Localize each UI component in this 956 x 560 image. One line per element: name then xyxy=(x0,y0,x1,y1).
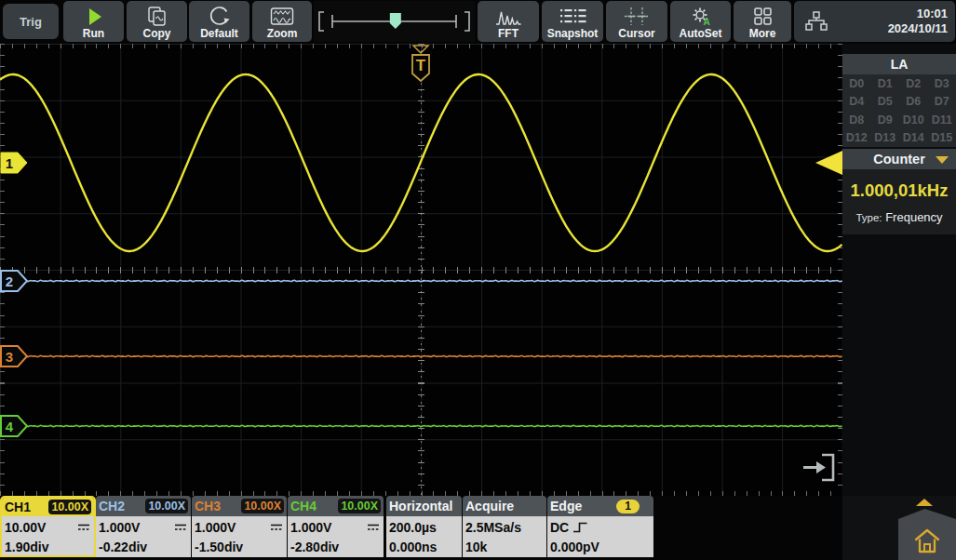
counter-header[interactable]: Counter xyxy=(842,149,956,169)
ch4-name: CH4 xyxy=(290,499,316,513)
more-label: More xyxy=(749,28,776,40)
counter-title: Counter xyxy=(873,152,925,167)
more-icon xyxy=(751,6,774,28)
digital-channel-d15[interactable]: D15 xyxy=(928,131,956,144)
export-waveform-icon[interactable] xyxy=(799,451,836,485)
trig-label: Trig xyxy=(20,15,42,29)
home-panel[interactable] xyxy=(898,509,956,560)
zoom-icon xyxy=(269,6,295,28)
ch2-trace xyxy=(0,280,842,281)
channel-2-position-marker[interactable]: 2 xyxy=(1,271,27,291)
digital-channel-d14[interactable]: D14 xyxy=(899,131,928,144)
default-icon xyxy=(208,6,232,28)
oscilloscope-screen: Trig Run Copy Default xyxy=(0,0,956,560)
channel-1-position-marker[interactable]: 1 xyxy=(1,153,27,173)
ch1-status-block[interactable]: CH1 10.00X 10.00V 1.90div xyxy=(0,496,96,557)
menu-corner xyxy=(842,496,956,560)
digital-channel-d2[interactable]: D2 xyxy=(899,77,928,90)
counter-type-value: Frequency xyxy=(885,210,942,224)
digital-channel-d11[interactable]: D11 xyxy=(928,113,956,127)
zoom-button[interactable]: Zoom xyxy=(252,1,312,42)
network-icon[interactable] xyxy=(803,10,829,33)
digital-channel-d9[interactable]: D9 xyxy=(871,113,900,127)
ch4-position: -2.80div xyxy=(290,540,339,554)
cursor-button[interactable]: Cursor xyxy=(606,1,667,42)
ch3-probe-badge: 10.00X xyxy=(241,499,284,513)
copy-icon xyxy=(145,6,169,28)
acquire-status-block[interactable]: Acquire 2.5MSa/s 10k xyxy=(463,496,546,557)
digital-channel-d1[interactable]: D1 xyxy=(871,77,900,90)
autoset-label: AutoSet xyxy=(680,28,722,40)
dc-coupling-icon xyxy=(77,523,90,532)
ch1-trace xyxy=(0,74,842,251)
timebase-value: 200.0µs xyxy=(389,520,437,535)
autoset-icon: A xyxy=(688,6,714,28)
digital-channel-d8[interactable]: D8 xyxy=(842,113,871,127)
snapshot-label: Snapshot xyxy=(547,28,599,40)
chevron-up-icon[interactable] xyxy=(916,499,933,506)
counter-type-label: Type: xyxy=(855,212,882,223)
digital-channel-d5[interactable]: D5 xyxy=(871,95,900,108)
scope-traces: 1234T xyxy=(0,44,842,496)
bottom-status-bar: CH1 10.00X 10.00V 1.90div CH2 10.00X 1.0… xyxy=(0,496,842,560)
default-label: Default xyxy=(200,28,238,40)
trigger-status-block[interactable]: Edge 1 DC 0.000pV xyxy=(547,496,653,557)
waveform-display-area[interactable]: 1234T xyxy=(0,44,842,496)
cursor-icon xyxy=(623,6,651,28)
trig-menu-button[interactable]: Trig xyxy=(3,4,59,39)
run-button[interactable]: Run xyxy=(63,1,124,42)
trigger-level-marker[interactable] xyxy=(815,151,842,175)
ch2-probe-badge: 10.00X xyxy=(145,499,188,513)
ch1-position: 1.90div xyxy=(5,540,48,554)
horizontal-status-block[interactable]: Horizontal 200.0µs 0.000ns xyxy=(386,496,462,557)
ch4-probe-badge: 10.00X xyxy=(338,499,381,513)
channel-3-position-marker[interactable]: 3 xyxy=(1,346,27,367)
horizontal-position-slider[interactable] xyxy=(314,1,475,42)
ch2-position: -0.22div xyxy=(99,540,147,554)
digital-channel-d10[interactable]: D10 xyxy=(899,113,928,127)
snapshot-button[interactable]: Snapshot xyxy=(542,1,603,42)
svg-text:3: 3 xyxy=(6,349,13,365)
digital-channel-d13[interactable]: D13 xyxy=(871,131,900,144)
digital-channel-grid: D0D1D2D3D4D5D6D7D8D9D10D11D12D13D14D15 xyxy=(842,74,956,147)
ch2-name: CH2 xyxy=(99,499,125,513)
trigger-level-value: 0.000pV xyxy=(550,540,599,554)
zoom-label: Zoom xyxy=(267,28,298,40)
la-title: LA xyxy=(891,57,909,72)
dc-coupling-icon xyxy=(174,523,187,532)
digital-channel-d4[interactable]: D4 xyxy=(842,95,871,108)
datetime-display: 10:01 2024/10/11 xyxy=(888,7,948,36)
la-panel-header[interactable]: LA xyxy=(842,54,956,74)
trigger-position-marker[interactable]: T xyxy=(412,46,429,81)
svg-text:4: 4 xyxy=(6,419,14,434)
snapshot-icon xyxy=(558,6,587,28)
autoset-a-letter: A xyxy=(703,17,709,27)
ch1-name: CH1 xyxy=(5,500,31,514)
ch1-scale: 10.00V xyxy=(5,520,46,535)
memory-depth-value: 10k xyxy=(465,540,487,554)
counter-value: 1.000,01kHz xyxy=(842,180,956,201)
trigger-source-badge: 1 xyxy=(616,500,640,513)
clock-network-block: 10:01 2024/10/11 xyxy=(794,1,955,42)
sample-rate-value: 2.5MSa/s xyxy=(465,520,521,535)
ch3-status-block[interactable]: CH3 10.00X 1.000V -1.50div xyxy=(192,496,287,557)
ch4-status-block[interactable]: CH4 10.00X 1.000V -2.80div xyxy=(288,496,384,557)
default-button[interactable]: Default xyxy=(189,1,249,42)
digital-channel-d3[interactable]: D3 xyxy=(928,77,956,90)
run-icon xyxy=(82,6,106,28)
digital-channel-d7[interactable]: D7 xyxy=(928,95,956,108)
channel-4-position-marker[interactable]: 4 xyxy=(1,416,27,436)
date-text: 2024/10/11 xyxy=(888,21,948,36)
home-icon[interactable] xyxy=(912,527,942,555)
more-button[interactable]: More xyxy=(734,1,791,42)
digital-channel-d12[interactable]: D12 xyxy=(842,131,871,144)
ch2-scale: 1.000V xyxy=(99,520,140,535)
horizontal-title: Horizontal xyxy=(389,499,452,513)
autoset-button[interactable]: A AutoSet xyxy=(670,1,731,42)
ch3-scale: 1.000V xyxy=(195,520,236,535)
digital-channel-d6[interactable]: D6 xyxy=(899,95,928,108)
ch2-status-block[interactable]: CH2 10.00X 1.000V -0.22div xyxy=(96,496,191,557)
digital-channel-d0[interactable]: D0 xyxy=(842,77,871,90)
copy-button[interactable]: Copy xyxy=(127,1,187,42)
fft-button[interactable]: FFT xyxy=(478,1,539,42)
